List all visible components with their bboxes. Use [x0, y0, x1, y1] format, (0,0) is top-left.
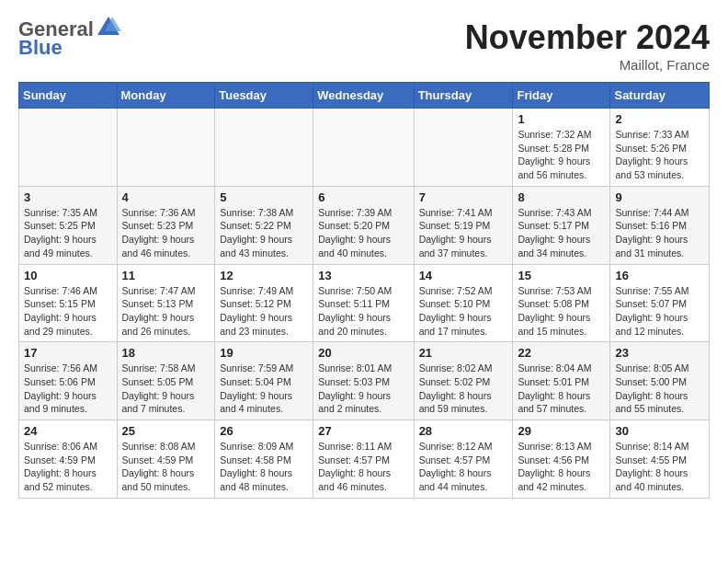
title-block: November 2024 Maillot, France: [465, 18, 710, 73]
calendar-week-row: 10Sunrise: 7:46 AM Sunset: 5:15 PM Dayli…: [19, 264, 710, 342]
day-info: Sunrise: 7:44 AM Sunset: 5:16 PM Dayligh…: [615, 206, 704, 260]
day-number: 6: [318, 190, 408, 204]
day-info: Sunrise: 8:06 AM Sunset: 4:59 PM Dayligh…: [24, 440, 112, 494]
page-header: General Blue November 2024 Maillot, Fran…: [18, 18, 710, 73]
day-info: Sunrise: 8:12 AM Sunset: 4:57 PM Dayligh…: [419, 440, 508, 494]
calendar-cell: [313, 109, 414, 187]
day-number: 25: [122, 424, 210, 438]
day-number: 12: [220, 269, 308, 282]
day-number: 28: [419, 424, 508, 438]
day-info: Sunrise: 7:35 AM Sunset: 5:25 PM Dayligh…: [24, 206, 112, 260]
calendar-cell: 24Sunrise: 8:06 AM Sunset: 4:59 PM Dayli…: [19, 420, 118, 499]
logo-icon: [96, 15, 121, 40]
month-title: November 2024: [465, 18, 710, 57]
column-header-thursday: Thursday: [414, 83, 513, 109]
day-number: 19: [220, 346, 308, 360]
calendar-cell: 11Sunrise: 7:47 AM Sunset: 5:13 PM Dayli…: [117, 264, 215, 342]
calendar-cell: 23Sunrise: 8:05 AM Sunset: 5:00 PM Dayli…: [610, 342, 710, 420]
day-info: Sunrise: 7:36 AM Sunset: 5:23 PM Dayligh…: [122, 206, 210, 260]
day-info: Sunrise: 7:53 AM Sunset: 5:08 PM Dayligh…: [518, 284, 605, 339]
day-info: Sunrise: 8:01 AM Sunset: 5:03 PM Dayligh…: [318, 362, 408, 416]
day-info: Sunrise: 7:32 AM Sunset: 5:28 PM Dayligh…: [518, 128, 605, 182]
location: Maillot, France: [465, 57, 710, 73]
day-info: Sunrise: 8:09 AM Sunset: 4:58 PM Dayligh…: [220, 440, 308, 494]
calendar-week-row: 1Sunrise: 7:32 AM Sunset: 5:28 PM Daylig…: [19, 109, 710, 187]
day-number: 29: [518, 424, 605, 438]
calendar-cell: 6Sunrise: 7:39 AM Sunset: 5:20 PM Daylig…: [313, 186, 414, 264]
day-info: Sunrise: 7:46 AM Sunset: 5:15 PM Dayligh…: [24, 284, 112, 339]
column-header-sunday: Sunday: [19, 83, 118, 109]
day-number: 2: [615, 112, 704, 126]
calendar-cell: [117, 109, 215, 187]
day-number: 16: [615, 269, 704, 282]
day-info: Sunrise: 7:47 AM Sunset: 5:13 PM Dayligh…: [122, 284, 210, 339]
calendar-cell: 10Sunrise: 7:46 AM Sunset: 5:15 PM Dayli…: [19, 264, 118, 342]
day-number: 18: [122, 346, 210, 360]
day-info: Sunrise: 7:43 AM Sunset: 5:17 PM Dayligh…: [518, 206, 605, 260]
day-number: 24: [24, 424, 112, 438]
day-number: 30: [615, 424, 704, 438]
day-number: 21: [419, 346, 508, 360]
column-header-monday: Monday: [117, 83, 215, 109]
calendar-cell: 27Sunrise: 8:11 AM Sunset: 4:57 PM Dayli…: [313, 420, 414, 499]
day-info: Sunrise: 8:13 AM Sunset: 4:56 PM Dayligh…: [518, 440, 605, 494]
day-info: Sunrise: 7:55 AM Sunset: 5:07 PM Dayligh…: [615, 284, 704, 339]
day-number: 22: [518, 346, 605, 360]
day-info: Sunrise: 7:38 AM Sunset: 5:22 PM Dayligh…: [220, 206, 308, 260]
day-number: 23: [615, 346, 704, 360]
day-info: Sunrise: 7:50 AM Sunset: 5:11 PM Dayligh…: [318, 284, 408, 339]
calendar-cell: 14Sunrise: 7:52 AM Sunset: 5:10 PM Dayli…: [414, 264, 513, 342]
calendar-cell: 15Sunrise: 7:53 AM Sunset: 5:08 PM Dayli…: [513, 264, 610, 342]
day-info: Sunrise: 8:11 AM Sunset: 4:57 PM Dayligh…: [318, 440, 408, 494]
calendar-cell: 18Sunrise: 7:58 AM Sunset: 5:05 PM Dayli…: [117, 342, 215, 420]
day-info: Sunrise: 7:52 AM Sunset: 5:10 PM Dayligh…: [419, 284, 508, 339]
calendar-week-row: 24Sunrise: 8:06 AM Sunset: 4:59 PM Dayli…: [19, 420, 710, 499]
calendar-cell: 25Sunrise: 8:08 AM Sunset: 4:59 PM Dayli…: [117, 420, 215, 499]
calendar-week-row: 3Sunrise: 7:35 AM Sunset: 5:25 PM Daylig…: [19, 186, 710, 264]
calendar-cell: 3Sunrise: 7:35 AM Sunset: 5:25 PM Daylig…: [19, 186, 118, 264]
day-info: Sunrise: 7:56 AM Sunset: 5:06 PM Dayligh…: [24, 362, 112, 416]
day-number: 10: [24, 269, 112, 282]
column-header-saturday: Saturday: [610, 83, 710, 109]
day-number: 8: [518, 190, 605, 204]
day-number: 27: [318, 424, 408, 438]
calendar-cell: 1Sunrise: 7:32 AM Sunset: 5:28 PM Daylig…: [513, 109, 610, 187]
day-number: 17: [24, 346, 112, 360]
day-info: Sunrise: 8:08 AM Sunset: 4:59 PM Dayligh…: [122, 440, 210, 494]
calendar-cell: 28Sunrise: 8:12 AM Sunset: 4:57 PM Dayli…: [414, 420, 513, 499]
day-number: 5: [220, 190, 308, 204]
calendar-cell: 4Sunrise: 7:36 AM Sunset: 5:23 PM Daylig…: [117, 186, 215, 264]
calendar-cell: [215, 109, 313, 187]
calendar-header-row: SundayMondayTuesdayWednesdayThursdayFrid…: [19, 83, 710, 109]
calendar-cell: 2Sunrise: 7:33 AM Sunset: 5:26 PM Daylig…: [610, 109, 710, 187]
day-number: 14: [419, 269, 508, 282]
day-info: Sunrise: 8:05 AM Sunset: 5:00 PM Dayligh…: [615, 362, 704, 416]
calendar-cell: [19, 109, 118, 187]
calendar-table: SundayMondayTuesdayWednesdayThursdayFrid…: [18, 82, 710, 499]
day-info: Sunrise: 8:02 AM Sunset: 5:02 PM Dayligh…: [419, 362, 508, 416]
day-info: Sunrise: 7:59 AM Sunset: 5:04 PM Dayligh…: [220, 362, 308, 416]
day-info: Sunrise: 7:39 AM Sunset: 5:20 PM Dayligh…: [318, 206, 408, 260]
day-info: Sunrise: 8:04 AM Sunset: 5:01 PM Dayligh…: [518, 362, 605, 416]
day-number: 3: [24, 190, 112, 204]
day-number: 20: [318, 346, 408, 360]
day-number: 26: [220, 424, 308, 438]
calendar-week-row: 17Sunrise: 7:56 AM Sunset: 5:06 PM Dayli…: [19, 342, 710, 420]
day-number: 13: [318, 269, 408, 282]
calendar-cell: 20Sunrise: 8:01 AM Sunset: 5:03 PM Dayli…: [313, 342, 414, 420]
day-number: 11: [122, 269, 210, 282]
calendar-cell: 16Sunrise: 7:55 AM Sunset: 5:07 PM Dayli…: [610, 264, 710, 342]
day-number: 1: [518, 112, 605, 126]
day-info: Sunrise: 8:14 AM Sunset: 4:55 PM Dayligh…: [615, 440, 704, 494]
calendar-cell: 13Sunrise: 7:50 AM Sunset: 5:11 PM Dayli…: [313, 264, 414, 342]
logo: General Blue: [18, 18, 121, 59]
calendar-cell: 7Sunrise: 7:41 AM Sunset: 5:19 PM Daylig…: [414, 186, 513, 264]
calendar-cell: 9Sunrise: 7:44 AM Sunset: 5:16 PM Daylig…: [610, 186, 710, 264]
calendar-cell: 22Sunrise: 8:04 AM Sunset: 5:01 PM Dayli…: [513, 342, 610, 420]
calendar-cell: 26Sunrise: 8:09 AM Sunset: 4:58 PM Dayli…: [215, 420, 313, 499]
calendar-cell: 17Sunrise: 7:56 AM Sunset: 5:06 PM Dayli…: [19, 342, 118, 420]
calendar-cell: 29Sunrise: 8:13 AM Sunset: 4:56 PM Dayli…: [513, 420, 610, 499]
calendar-cell: 30Sunrise: 8:14 AM Sunset: 4:55 PM Dayli…: [610, 420, 710, 499]
day-number: 15: [518, 269, 605, 282]
day-info: Sunrise: 7:33 AM Sunset: 5:26 PM Dayligh…: [615, 128, 704, 182]
